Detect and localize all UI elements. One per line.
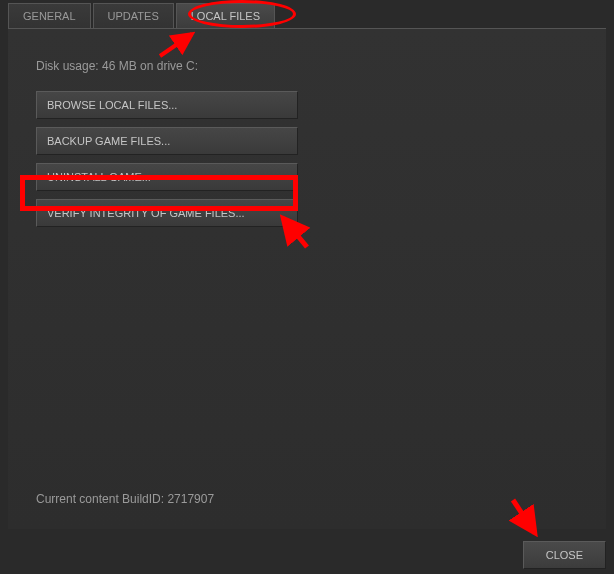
footer: CLOSE [0, 529, 614, 574]
build-id-label: Current content BuildID: 2717907 [36, 492, 578, 514]
tab-local-files[interactable]: LOCAL FILES [176, 3, 275, 28]
content-panel: Disk usage: 46 MB on drive C: BROWSE LOC… [8, 29, 606, 529]
disk-usage-label: Disk usage: 46 MB on drive C: [36, 59, 578, 73]
browse-local-files-button[interactable]: BROWSE LOCAL FILES... [36, 91, 298, 119]
verify-integrity-button[interactable]: VERIFY INTEGRITY OF GAME FILES... [36, 199, 298, 227]
backup-game-files-button[interactable]: BACKUP GAME FILES... [36, 127, 298, 155]
close-button[interactable]: CLOSE [523, 541, 606, 569]
tab-bar: GENERAL UPDATES LOCAL FILES [0, 0, 614, 28]
tab-general[interactable]: GENERAL [8, 3, 91, 28]
uninstall-game-button[interactable]: UNINSTALL GAME... [36, 163, 298, 191]
button-stack: BROWSE LOCAL FILES... BACKUP GAME FILES.… [36, 91, 298, 227]
tab-updates[interactable]: UPDATES [93, 3, 174, 28]
